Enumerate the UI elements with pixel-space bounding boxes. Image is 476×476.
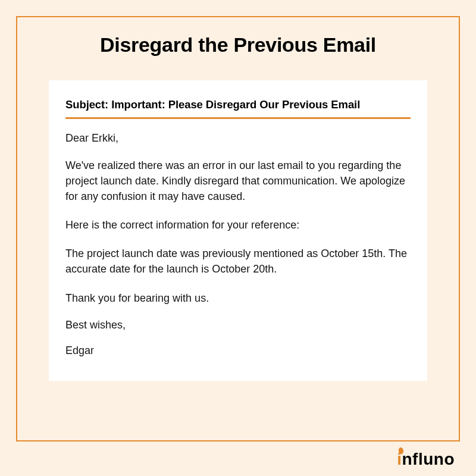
document-frame — [16, 16, 460, 441]
brand-logo: influno — [397, 451, 455, 468]
brand-name-rest: nfluno — [402, 450, 455, 468]
flame-icon: i — [397, 450, 402, 468]
brand-text: influno — [397, 451, 455, 468]
